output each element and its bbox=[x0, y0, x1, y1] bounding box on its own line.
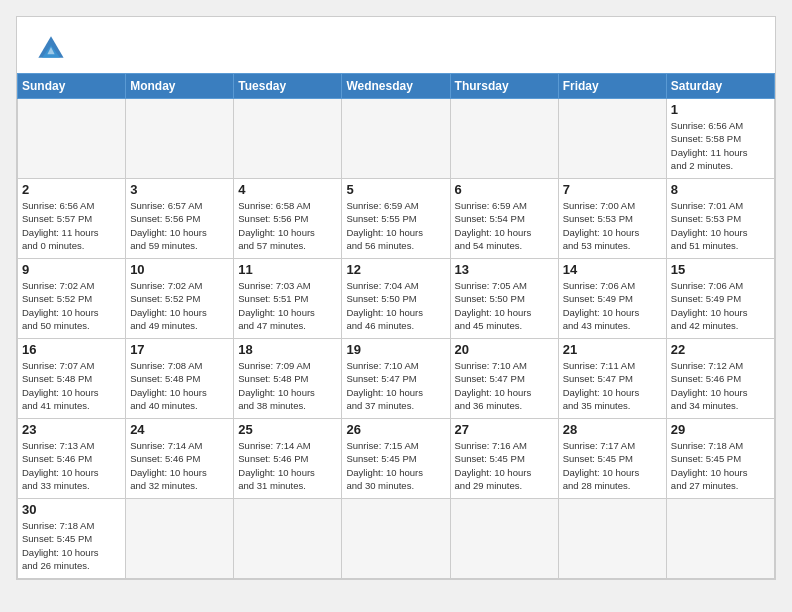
calendar-cell: 6Sunrise: 6:59 AM Sunset: 5:54 PM Daylig… bbox=[450, 179, 558, 259]
calendar-cell: 8Sunrise: 7:01 AM Sunset: 5:53 PM Daylig… bbox=[666, 179, 774, 259]
calendar-cell: 17Sunrise: 7:08 AM Sunset: 5:48 PM Dayli… bbox=[126, 339, 234, 419]
day-number: 2 bbox=[22, 182, 121, 197]
day-number: 30 bbox=[22, 502, 121, 517]
day-info: Sunrise: 6:58 AM Sunset: 5:56 PM Dayligh… bbox=[238, 199, 337, 252]
day-number: 9 bbox=[22, 262, 121, 277]
day-number: 29 bbox=[671, 422, 770, 437]
calendar-cell bbox=[234, 99, 342, 179]
day-number: 12 bbox=[346, 262, 445, 277]
calendar-week-2: 2Sunrise: 6:56 AM Sunset: 5:57 PM Daylig… bbox=[18, 179, 775, 259]
calendar-cell: 22Sunrise: 7:12 AM Sunset: 5:46 PM Dayli… bbox=[666, 339, 774, 419]
calendar-cell: 25Sunrise: 7:14 AM Sunset: 5:46 PM Dayli… bbox=[234, 419, 342, 499]
calendar-cell bbox=[450, 99, 558, 179]
calendar-table: SundayMondayTuesdayWednesdayThursdayFrid… bbox=[17, 73, 775, 579]
day-info: Sunrise: 7:03 AM Sunset: 5:51 PM Dayligh… bbox=[238, 279, 337, 332]
calendar-cell bbox=[666, 499, 774, 579]
weekday-header-tuesday: Tuesday bbox=[234, 74, 342, 99]
calendar-cell: 11Sunrise: 7:03 AM Sunset: 5:51 PM Dayli… bbox=[234, 259, 342, 339]
day-info: Sunrise: 7:08 AM Sunset: 5:48 PM Dayligh… bbox=[130, 359, 229, 412]
calendar-cell: 24Sunrise: 7:14 AM Sunset: 5:46 PM Dayli… bbox=[126, 419, 234, 499]
calendar-week-3: 9Sunrise: 7:02 AM Sunset: 5:52 PM Daylig… bbox=[18, 259, 775, 339]
day-number: 14 bbox=[563, 262, 662, 277]
calendar-cell bbox=[450, 499, 558, 579]
weekday-header-friday: Friday bbox=[558, 74, 666, 99]
calendar-cell: 23Sunrise: 7:13 AM Sunset: 5:46 PM Dayli… bbox=[18, 419, 126, 499]
day-number: 18 bbox=[238, 342, 337, 357]
calendar-week-1: 1Sunrise: 6:56 AM Sunset: 5:58 PM Daylig… bbox=[18, 99, 775, 179]
calendar-cell: 2Sunrise: 6:56 AM Sunset: 5:57 PM Daylig… bbox=[18, 179, 126, 259]
day-number: 28 bbox=[563, 422, 662, 437]
day-info: Sunrise: 7:10 AM Sunset: 5:47 PM Dayligh… bbox=[346, 359, 445, 412]
calendar-cell bbox=[558, 99, 666, 179]
day-info: Sunrise: 7:18 AM Sunset: 5:45 PM Dayligh… bbox=[671, 439, 770, 492]
calendar-cell: 30Sunrise: 7:18 AM Sunset: 5:45 PM Dayli… bbox=[18, 499, 126, 579]
calendar-cell: 18Sunrise: 7:09 AM Sunset: 5:48 PM Dayli… bbox=[234, 339, 342, 419]
day-info: Sunrise: 7:18 AM Sunset: 5:45 PM Dayligh… bbox=[22, 519, 121, 572]
calendar-cell: 14Sunrise: 7:06 AM Sunset: 5:49 PM Dayli… bbox=[558, 259, 666, 339]
calendar-cell: 29Sunrise: 7:18 AM Sunset: 5:45 PM Dayli… bbox=[666, 419, 774, 499]
calendar-cell bbox=[234, 499, 342, 579]
day-number: 23 bbox=[22, 422, 121, 437]
calendar-week-4: 16Sunrise: 7:07 AM Sunset: 5:48 PM Dayli… bbox=[18, 339, 775, 419]
day-info: Sunrise: 7:13 AM Sunset: 5:46 PM Dayligh… bbox=[22, 439, 121, 492]
day-number: 25 bbox=[238, 422, 337, 437]
weekday-header-wednesday: Wednesday bbox=[342, 74, 450, 99]
day-number: 13 bbox=[455, 262, 554, 277]
calendar-cell bbox=[342, 99, 450, 179]
calendar-cell bbox=[126, 99, 234, 179]
calendar-cell: 7Sunrise: 7:00 AM Sunset: 5:53 PM Daylig… bbox=[558, 179, 666, 259]
calendar-cell bbox=[342, 499, 450, 579]
day-info: Sunrise: 7:16 AM Sunset: 5:45 PM Dayligh… bbox=[455, 439, 554, 492]
day-info: Sunrise: 7:11 AM Sunset: 5:47 PM Dayligh… bbox=[563, 359, 662, 412]
header bbox=[17, 17, 775, 73]
day-info: Sunrise: 7:02 AM Sunset: 5:52 PM Dayligh… bbox=[130, 279, 229, 332]
day-number: 6 bbox=[455, 182, 554, 197]
weekday-header-saturday: Saturday bbox=[666, 74, 774, 99]
day-info: Sunrise: 6:59 AM Sunset: 5:54 PM Dayligh… bbox=[455, 199, 554, 252]
calendar-cell: 16Sunrise: 7:07 AM Sunset: 5:48 PM Dayli… bbox=[18, 339, 126, 419]
day-info: Sunrise: 7:09 AM Sunset: 5:48 PM Dayligh… bbox=[238, 359, 337, 412]
calendar-cell: 3Sunrise: 6:57 AM Sunset: 5:56 PM Daylig… bbox=[126, 179, 234, 259]
calendar-cell: 26Sunrise: 7:15 AM Sunset: 5:45 PM Dayli… bbox=[342, 419, 450, 499]
calendar-cell: 27Sunrise: 7:16 AM Sunset: 5:45 PM Dayli… bbox=[450, 419, 558, 499]
day-number: 10 bbox=[130, 262, 229, 277]
weekday-header-thursday: Thursday bbox=[450, 74, 558, 99]
day-info: Sunrise: 7:07 AM Sunset: 5:48 PM Dayligh… bbox=[22, 359, 121, 412]
day-number: 21 bbox=[563, 342, 662, 357]
day-info: Sunrise: 7:02 AM Sunset: 5:52 PM Dayligh… bbox=[22, 279, 121, 332]
day-number: 1 bbox=[671, 102, 770, 117]
day-number: 15 bbox=[671, 262, 770, 277]
day-info: Sunrise: 6:59 AM Sunset: 5:55 PM Dayligh… bbox=[346, 199, 445, 252]
calendar-header: SundayMondayTuesdayWednesdayThursdayFrid… bbox=[18, 74, 775, 99]
day-number: 7 bbox=[563, 182, 662, 197]
calendar-cell: 1Sunrise: 6:56 AM Sunset: 5:58 PM Daylig… bbox=[666, 99, 774, 179]
calendar-cell: 13Sunrise: 7:05 AM Sunset: 5:50 PM Dayli… bbox=[450, 259, 558, 339]
calendar-cell: 4Sunrise: 6:58 AM Sunset: 5:56 PM Daylig… bbox=[234, 179, 342, 259]
day-number: 8 bbox=[671, 182, 770, 197]
day-number: 26 bbox=[346, 422, 445, 437]
day-number: 19 bbox=[346, 342, 445, 357]
weekday-row: SundayMondayTuesdayWednesdayThursdayFrid… bbox=[18, 74, 775, 99]
calendar-cell: 12Sunrise: 7:04 AM Sunset: 5:50 PM Dayli… bbox=[342, 259, 450, 339]
day-info: Sunrise: 7:01 AM Sunset: 5:53 PM Dayligh… bbox=[671, 199, 770, 252]
day-info: Sunrise: 7:10 AM Sunset: 5:47 PM Dayligh… bbox=[455, 359, 554, 412]
calendar-week-5: 23Sunrise: 7:13 AM Sunset: 5:46 PM Dayli… bbox=[18, 419, 775, 499]
day-info: Sunrise: 7:06 AM Sunset: 5:49 PM Dayligh… bbox=[563, 279, 662, 332]
calendar-cell bbox=[126, 499, 234, 579]
day-info: Sunrise: 7:05 AM Sunset: 5:50 PM Dayligh… bbox=[455, 279, 554, 332]
day-info: Sunrise: 7:06 AM Sunset: 5:49 PM Dayligh… bbox=[671, 279, 770, 332]
calendar-cell bbox=[18, 99, 126, 179]
day-info: Sunrise: 7:00 AM Sunset: 5:53 PM Dayligh… bbox=[563, 199, 662, 252]
day-number: 22 bbox=[671, 342, 770, 357]
calendar-cell: 5Sunrise: 6:59 AM Sunset: 5:55 PM Daylig… bbox=[342, 179, 450, 259]
day-info: Sunrise: 7:12 AM Sunset: 5:46 PM Dayligh… bbox=[671, 359, 770, 412]
calendar-cell: 20Sunrise: 7:10 AM Sunset: 5:47 PM Dayli… bbox=[450, 339, 558, 419]
day-info: Sunrise: 6:57 AM Sunset: 5:56 PM Dayligh… bbox=[130, 199, 229, 252]
calendar-cell bbox=[558, 499, 666, 579]
day-number: 27 bbox=[455, 422, 554, 437]
day-number: 4 bbox=[238, 182, 337, 197]
day-number: 11 bbox=[238, 262, 337, 277]
calendar-cell: 28Sunrise: 7:17 AM Sunset: 5:45 PM Dayli… bbox=[558, 419, 666, 499]
calendar-cell: 15Sunrise: 7:06 AM Sunset: 5:49 PM Dayli… bbox=[666, 259, 774, 339]
calendar-cell: 9Sunrise: 7:02 AM Sunset: 5:52 PM Daylig… bbox=[18, 259, 126, 339]
